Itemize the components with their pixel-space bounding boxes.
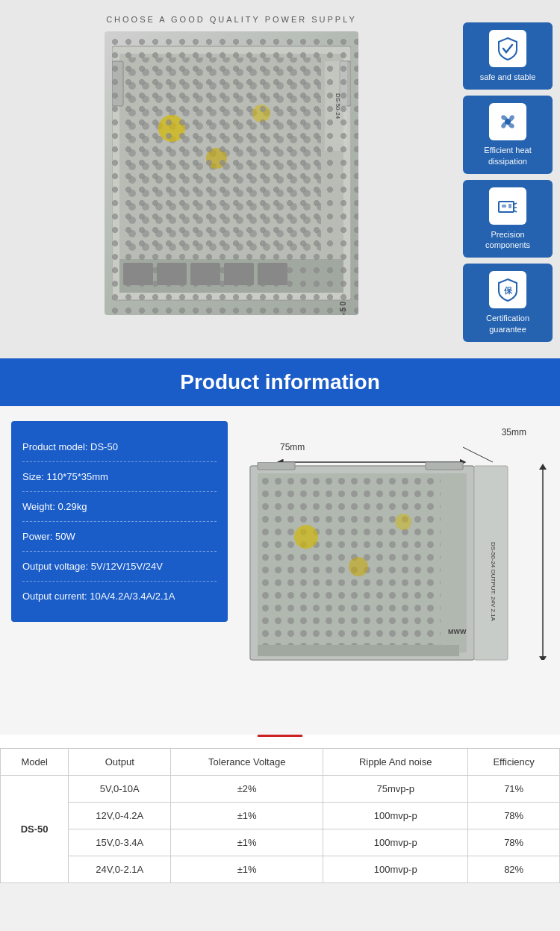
spec-power: Power: 50W [22,522,217,552]
svg-point-31 [294,525,318,549]
spec-weight: Weight: 0.29kg [22,492,217,522]
cell-efficiency-3: 82% [468,856,560,883]
spec-current: Output current: 10A/4.2A/3.4A/2.1A [22,582,217,611]
svg-rect-36 [258,645,459,656]
cell-output-1: 12V,0-4.2A [69,803,171,829]
svg-rect-38 [426,462,463,470]
svg-rect-7 [119,259,343,293]
cell-tolerance-1: ±1% [171,803,323,829]
cell-tolerance-0: ±2% [171,776,323,803]
svg-line-26 [463,447,493,462]
svg-point-6 [252,105,270,122]
col-output: Output [69,749,171,776]
specs-right-panel: 35mm 75mm [239,421,549,720]
top-left-area: CHOOSE A GOOD QUALITY POWER SUPPLY [7,15,455,315]
specs-table: Model Output Tolerance Voltage Ripple An… [0,748,560,883]
cell-ripple-0: 75mvp-p [323,776,468,803]
height-arrow-svg [534,462,553,660]
cell-efficiency-1: 78% [468,803,560,829]
dimension-area: 35mm 75mm [239,421,549,720]
product-info-title: Product information [12,370,548,394]
product-svg: DS-50-24 [112,39,351,308]
col-ripple: Ripple And noise [323,749,468,776]
specs-left-panel: Product model: DS-50 Size: 110*75*35mm W… [11,421,228,622]
svg-text:DS-50-24: DS-50-24 [335,93,341,119]
dim-height-arrow [534,462,553,660]
table-header-row: Model Output Tolerance Voltage Ripple An… [1,749,560,776]
cell-ripple-3: 100mvp-p [323,856,468,883]
table-head: Model Output Tolerance Voltage Ripple An… [1,749,560,776]
cert-svg: 保 [496,278,520,302]
cell-output-3: 24V,0-2.1A [69,856,171,883]
feature-card-precision: Precision components [463,180,553,258]
cell-output-2: 15V,0-3.4A [69,829,171,856]
feature-label-safe: safe and stable [469,72,547,82]
cell-output-0: 5V,0-10A [69,776,171,803]
cell-ripple-2: 100mvp-p [323,829,468,856]
top-section: CHOOSE A GOOD QUALITY POWER SUPPLY [0,0,560,358]
specs-section: Product model: DS-50 Size: 110*75*35mm W… [0,406,560,735]
product-side-image-container: DS-50-24 OUTPUT: 24V 2.1A MWW [246,462,549,689]
feature-label-cert: Certification guarantee [469,313,547,334]
svg-rect-11 [224,263,254,285]
feature-card-safe: safe and stable [463,22,553,90]
spec-voltage: Output voltage: 5V/12V/15V/24V [22,552,217,582]
table-body: DS-50 5V,0-10A ±2% 75mvp-p 71% 12V,0-4.2… [1,776,560,883]
svg-rect-20 [508,204,511,208]
feature-label-heat: Efficient heat dissipation [469,145,547,166]
cell-efficiency-0: 71% [468,776,560,803]
svg-point-5 [206,148,227,169]
product-main-image: DS-50-24 [105,31,358,315]
fan-svg [496,110,520,134]
svg-rect-13 [112,61,123,106]
svg-point-33 [395,514,411,530]
shield-check-icon [489,30,526,67]
cell-model-ds50: DS-50 [1,776,69,883]
svg-rect-14 [340,61,351,106]
cell-tolerance-3: ±1% [171,856,323,883]
feature-card-cert: 保 Certification guarantee [463,264,553,342]
feature-card-heat: Efficient heat dissipation [463,96,553,174]
svg-text:MWW: MWW [448,628,467,635]
svg-rect-10 [190,263,220,285]
svg-rect-1 [119,54,343,293]
svg-point-4 [158,115,185,142]
svg-marker-41 [539,464,547,470]
svg-rect-15 [325,61,347,151]
red-underline [258,735,302,737]
cert-icon: 保 [489,271,526,308]
precision-icon [489,187,526,225]
svg-text:DS-50-24  OUTPUT: 24V  2.1A: DS-50-24 OUTPUT: 24V 2.1A [490,542,497,621]
col-tolerance: Tolerance Voltage [171,749,323,776]
svg-rect-9 [157,263,187,285]
fan-icon [489,103,526,140]
svg-rect-37 [258,462,295,470]
cell-ripple-1: 100mvp-p [323,803,468,829]
svg-marker-42 [539,656,547,660]
features-column: safe and stable Efficient heat dissipati… [463,22,553,342]
tagline: CHOOSE A GOOD QUALITY POWER SUPPLY [106,15,357,24]
product-info-header: Product information [0,358,560,406]
table-row: DS-50 5V,0-10A ±2% 75mvp-p 71% [1,776,560,803]
svg-rect-3 [123,57,321,255]
cell-tolerance-2: ±1% [171,829,323,856]
table-row: 12V,0-4.2A ±1% 100mvp-p 78% [1,803,560,829]
svg-text:保: 保 [503,286,513,295]
spec-size: Size: 110*75*35mm [22,462,217,492]
table-row: 15V,0-3.4A ±1% 100mvp-p 78% [1,829,560,856]
table-row: 24V,0-2.1A ±1% 100mvp-p 82% [1,856,560,883]
svg-rect-0 [112,46,351,300]
svg-point-32 [349,557,368,576]
cell-efficiency-2: 78% [468,829,560,856]
svg-rect-8 [123,263,153,285]
feature-label-precision: Precision components [469,229,547,251]
precision-svg [496,194,520,218]
svg-rect-12 [258,263,287,285]
col-model: Model [1,749,69,776]
svg-rect-19 [502,205,506,208]
shield-svg [496,37,520,60]
col-efficiency: Efficiency [468,749,560,776]
product-side-svg: DS-50-24 OUTPUT: 24V 2.1A MWW [246,462,515,686]
table-section: Model Output Tolerance Voltage Ripple An… [0,735,560,883]
spec-model: Product model: DS-50 [22,432,217,462]
